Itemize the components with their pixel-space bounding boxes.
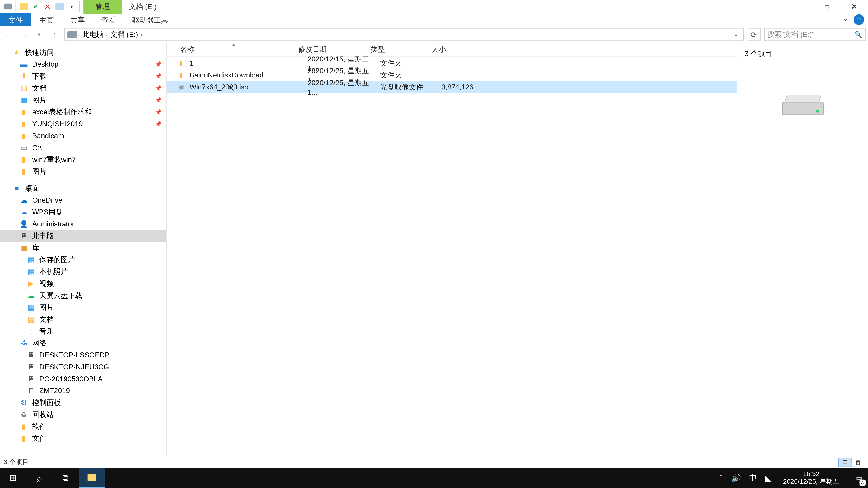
chevron-right-icon[interactable]: › (106, 32, 108, 37)
sidebar-item-win7[interactable]: ▮win7重装win7 (0, 154, 166, 166)
sidebar-wps[interactable]: ☁WPS网盘 (0, 206, 166, 218)
taskbar-clock[interactable]: 16:32 2020/12/25, 星期五 (780, 470, 843, 486)
file-row[interactable]: ▮ BaiduNetdiskDownload 2020/12/25, 星期五 1… (167, 69, 737, 81)
tray-overflow-icon[interactable]: ˄ (719, 473, 723, 482)
search-input[interactable]: 搜索"文档 (E:)" 🔍 (764, 28, 866, 41)
file-row[interactable]: ◉ Win7x64_2020.iso 2020/12/25, 星期五 1... … (167, 81, 737, 93)
sidebar-item-pic2[interactable]: ▮图片 (0, 166, 166, 177)
refresh-button[interactable]: ⟳ (747, 28, 761, 41)
sidebar-item-excel[interactable]: ▮excel表格制作求和📌 (0, 106, 166, 118)
up-button[interactable]: ↑ (49, 29, 61, 41)
view-thumbnails-button[interactable]: ▦ (851, 457, 864, 467)
sidebar-lib-savedpics[interactable]: ▦保存的图片 (0, 254, 166, 266)
sidebar-item-pictures[interactable]: ▦图片📌 (0, 94, 166, 106)
sidebar-net-pc3[interactable]: 🖥PC-20190530OBLA (0, 373, 166, 385)
sidebar-item-desktop[interactable]: ▬Desktop📌 (0, 58, 166, 70)
view-details-button[interactable]: ☰ (838, 457, 851, 467)
sidebar-software[interactable]: ▮软件 (0, 421, 166, 433)
tab-home[interactable]: 主页 (31, 13, 62, 26)
drive-thumbnail-icon (782, 95, 824, 116)
sidebar-quick-access[interactable]: ★快速访问 (0, 46, 166, 59)
qat-properties-icon[interactable]: ✔ (30, 1, 41, 12)
sidebar-lib-pictures[interactable]: ▦图片 (0, 301, 166, 313)
pc-icon: 🖥 (19, 232, 29, 240)
pin-icon: 📌 (155, 73, 162, 79)
sidebar-lib-camera[interactable]: ▦本机照片 (0, 266, 166, 278)
minimize-button[interactable]: — (786, 0, 813, 13)
recent-locations-icon[interactable]: ▾ (33, 29, 45, 41)
picture-icon: ▦ (26, 256, 36, 264)
col-type[interactable]: 类型 (371, 45, 432, 55)
column-headers: ▴ 名称 修改日期 类型 大小 (167, 43, 737, 57)
sidebar-onedrive[interactable]: ☁OneDrive (0, 194, 166, 206)
start-button[interactable]: ⊞ (0, 468, 26, 488)
sidebar-lib-video[interactable]: ▶视频 (0, 278, 166, 290)
picture-icon: ▦ (26, 303, 36, 312)
file-name: Win7x64_2020.iso (190, 83, 308, 91)
expand-ribbon-icon[interactable]: ⌄ (839, 13, 851, 26)
chevron-right-icon[interactable]: › (141, 32, 142, 37)
sidebar-item-gdrive[interactable]: ▭G:\ (0, 142, 166, 154)
pc-icon: 🖥 (26, 363, 36, 371)
help-icon[interactable]: ? (854, 14, 864, 25)
ime-icon[interactable]: 中 (749, 473, 757, 483)
download-icon: ⬇ (19, 72, 29, 80)
crumb-this-pc[interactable]: 此电脑 (81, 30, 105, 40)
address-history-icon[interactable]: ⌄ (732, 32, 741, 37)
address-bar: ← → ▾ ↑ › 此电脑 › 文档 (E:) › ⌄ ⟳ 搜索"文档 (E:)… (0, 26, 868, 43)
sidebar-recycle[interactable]: ♻回收站 (0, 409, 166, 421)
sidebar-control-panel[interactable]: ⚙控制面板 (0, 397, 166, 409)
sidebar-lib-music[interactable]: ♪音乐 (0, 325, 166, 337)
search-icon[interactable]: 🔍 (854, 31, 863, 38)
sidebar-files[interactable]: ▮文件 (0, 432, 166, 445)
tab-view[interactable]: 查看 (93, 13, 124, 26)
tray-app-icon[interactable]: ◣ (765, 473, 771, 482)
contextual-tab-manage[interactable]: 管理 (84, 0, 122, 14)
sidebar-item-yunqishi[interactable]: ▮YUNQISHI2019📌 (0, 118, 166, 130)
sidebar-net-pc1[interactable]: 🖥DESKTOP-LSSOEDP (0, 349, 166, 361)
qat-folder-icon[interactable] (19, 1, 29, 12)
file-list: ▴ 名称 修改日期 类型 大小 ▮ 1 2020/12/15, 星期二 1...… (167, 43, 737, 456)
system-tray: ˄ 🔊 中 ◣ 16:32 2020/12/25, 星期五 ▭ 3 (719, 468, 868, 488)
sidebar-net-pc2[interactable]: 🖥DESKTOP-NJEU3CG (0, 361, 166, 373)
close-button[interactable]: ✕ (840, 0, 868, 13)
qat-close-icon[interactable]: ✕ (42, 1, 53, 12)
action-center-button[interactable]: ▭ 3 (851, 468, 867, 488)
task-view-button[interactable]: ⧉ (53, 468, 79, 488)
sidebar-item-documents[interactable]: ▤文档📌 (0, 82, 166, 94)
library-icon: ▥ (19, 244, 29, 252)
app-icon[interactable] (2, 1, 13, 12)
search-button[interactable]: ⌕ (26, 468, 53, 488)
sidebar-net-pc4[interactable]: 🖥ZMT2019 (0, 385, 166, 397)
breadcrumb[interactable]: › 此电脑 › 文档 (E:) › ⌄ (64, 28, 744, 41)
maximize-button[interactable]: ◻ (813, 0, 840, 13)
sidebar-network[interactable]: 🖧网络 (0, 337, 166, 349)
sidebar-user[interactable]: 👤Administrator (0, 218, 166, 230)
taskbar-explorer[interactable] (79, 468, 105, 488)
tab-file[interactable]: 文件 (0, 13, 31, 26)
back-button[interactable]: ← (2, 29, 14, 41)
tab-share[interactable]: 共享 (62, 13, 93, 26)
qat-new-folder-icon[interactable] (54, 1, 65, 12)
col-size[interactable]: 大小 (432, 45, 470, 55)
sidebar-item-downloads[interactable]: ⬇下载📌 (0, 70, 166, 82)
sidebar-libraries[interactable]: ▥库 (0, 242, 166, 254)
sidebar-desktop-root[interactable]: ■桌面 (0, 182, 166, 194)
forward-button[interactable]: → (18, 29, 30, 41)
qat-customize-icon[interactable]: ▾ (66, 1, 77, 12)
sidebar-this-pc[interactable]: 🖥此电脑 (0, 230, 166, 242)
music-icon: ♪ (26, 327, 36, 335)
tab-drive-tools[interactable]: 驱动器工具 (124, 13, 176, 26)
pin-icon: 📌 (155, 121, 162, 127)
col-date[interactable]: 修改日期 (298, 45, 371, 55)
crumb-location[interactable]: 文档 (E:) (109, 30, 140, 40)
chevron-right-icon[interactable]: › (78, 32, 80, 37)
navigation-pane: ★快速访问 ▬Desktop📌 ⬇下载📌 ▤文档📌 ▦图片📌 ▮excel表格制… (0, 43, 167, 456)
window-title: 文档 (E:) (122, 0, 168, 14)
sidebar-lib-tianyi[interactable]: ☁天翼云盘下载 (0, 290, 166, 302)
volume-icon[interactable]: 🔊 (731, 473, 741, 482)
sidebar-item-bandicam[interactable]: ▮Bandicam (0, 130, 166, 142)
pin-icon: 📌 (155, 109, 162, 115)
file-row[interactable]: ▮ 1 2020/12/15, 星期二 1... 文件夹 (167, 57, 737, 69)
sidebar-lib-docs[interactable]: ▤文档 (0, 313, 166, 325)
